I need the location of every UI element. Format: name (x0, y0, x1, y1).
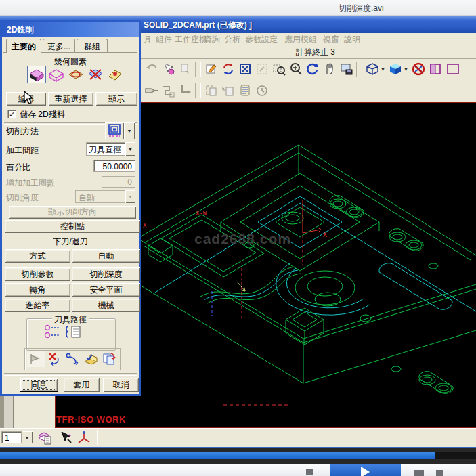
shaded-cube-icon[interactable] (387, 61, 404, 77)
cl-file-icon[interactable] (236, 83, 253, 99)
repaint-icon[interactable] (202, 61, 219, 77)
datum-axes-off-icon[interactable] (410, 61, 427, 77)
datum-display-cube-icon[interactable] (364, 61, 381, 77)
tab-groups[interactable]: 群組 (77, 39, 108, 52)
dropdown-caret-icon[interactable]: ▼ (404, 67, 410, 72)
cut-method-icon-button[interactable] (105, 122, 124, 139)
apply-button[interactable]: 套用 (64, 378, 100, 392)
menu-component[interactable]: 組件 (156, 34, 172, 45)
video-titlebar: 切削深度.avi (0, 0, 476, 16)
layers-icon[interactable] (37, 430, 53, 448)
send-gray-icon[interactable] (177, 61, 194, 77)
redo-toolpath-icon[interactable] (64, 351, 81, 367)
stepover-combo[interactable]: 刀具直徑 (86, 142, 125, 156)
video-control-partial-icon[interactable] (436, 470, 443, 476)
video-title: 切削深度.avi (339, 3, 384, 14)
check-icon: ✓ (9, 110, 15, 118)
step-arrow-icon[interactable] (177, 83, 194, 99)
view-orientation-label: TFR-ISO WORK (56, 414, 126, 425)
view-number-dropdown-icon[interactable]: ▼ (22, 431, 33, 443)
extra-passes-field[interactable]: 0 (102, 176, 135, 188)
window-new-icon[interactable] (443, 61, 460, 77)
toolbar-separator (356, 62, 362, 77)
play-toolpath-icon[interactable] (27, 351, 45, 367)
menu-analysis[interactable]: 分析 (224, 34, 240, 45)
zoom-fit-icon[interactable] (236, 61, 253, 77)
geometry-type-pocket-icon[interactable] (27, 66, 46, 83)
cut-angle-combo[interactable]: 自動 (75, 190, 125, 203)
feed-rate-button[interactable]: 進給率 (5, 299, 70, 312)
zoom-in-icon[interactable] (287, 61, 304, 77)
auto-button[interactable]: 自動 (72, 249, 140, 263)
method-button[interactable]: 方式 (5, 249, 70, 263)
geometry-type-outline-icon[interactable] (47, 66, 66, 83)
paste-special-icon[interactable] (219, 83, 236, 99)
cut-angle-label: 切削角度 (6, 192, 39, 204)
cut-depth-button[interactable]: 切削深度 (72, 267, 140, 281)
control-points-button[interactable]: 控制點 (5, 220, 140, 233)
menu-tools[interactable]: 具 (144, 34, 152, 45)
zoom-window-icon[interactable] (270, 61, 287, 77)
paste-clipboard-icon[interactable] (202, 83, 219, 99)
cut-params-button[interactable]: 切削參數 (5, 267, 70, 281)
cut-angle-dropdown-icon[interactable]: ▼ (125, 190, 135, 203)
corner-button[interactable]: 轉角 (5, 283, 70, 297)
video-controls-bar (0, 464, 476, 476)
geometry-type-face-icon[interactable] (66, 66, 85, 83)
selection-filter-icon[interactable] (58, 430, 74, 448)
video-control-partial-icon[interactable] (414, 470, 424, 476)
menu-window[interactable]: 視窗 (323, 34, 339, 45)
menu-info[interactable]: 資詢 (204, 34, 220, 45)
watermark: cad2688.com (194, 231, 291, 247)
svg-text:X: X (323, 231, 327, 238)
save-2d-stock-label: 儲存 2D殘料 (20, 109, 65, 121)
statusbar-separator (95, 430, 98, 445)
toolpath-list-icon[interactable] (64, 323, 83, 341)
pan-icon[interactable] (321, 61, 338, 77)
undo-icon[interactable] (143, 61, 160, 77)
machine-button[interactable]: 機械 (72, 299, 140, 312)
tab-main[interactable]: 主要的 (6, 39, 41, 53)
verify-toolpath-icon[interactable] (82, 351, 100, 367)
cut-method-dropdown-icon[interactable]: ▼ (124, 122, 135, 139)
saved-views-icon[interactable] (338, 61, 355, 77)
window-split-icon[interactable] (427, 61, 443, 77)
smart-select-icon[interactable] (160, 61, 177, 77)
time-icon[interactable] (253, 83, 270, 99)
percent-field[interactable]: 50.0000 (93, 160, 135, 172)
show-cut-direction-button[interactable]: 顯示切削方向 (9, 206, 136, 219)
stepover-dropdown-icon[interactable]: ▼ (125, 142, 135, 156)
nc-toolpath-icon[interactable] (160, 83, 177, 99)
menu-help[interactable]: 說明 (344, 34, 360, 45)
regenerate-icon[interactable] (219, 61, 236, 77)
reselect-button[interactable]: 重新選擇 (48, 92, 93, 106)
copy-toolpath-icon[interactable] (100, 351, 118, 367)
ok-button[interactable]: 同意 (20, 378, 58, 392)
geometry-type-window-icon[interactable] (86, 66, 105, 83)
cancel-button[interactable]: 取消 (103, 378, 139, 392)
safe-plane-button[interactable]: 安全平面 (72, 283, 140, 297)
video-control-partial-icon[interactable] (306, 469, 313, 475)
save-2d-stock-checkbox[interactable]: ✓ (7, 110, 16, 118)
toolbar-separator (195, 62, 201, 77)
geometry-type-chain-icon[interactable] (106, 66, 125, 83)
seek-progress[interactable] (0, 452, 435, 459)
view-number-combo[interactable]: 1 (1, 431, 22, 443)
dialog-titlebar[interactable]: 2D銑削 (2, 22, 139, 37)
refresh-icon[interactable] (304, 61, 321, 77)
refit-icon[interactable] (253, 61, 270, 77)
menu-parameters[interactable]: 參數設定 (245, 34, 278, 45)
dialog-title: 2D銑削 (7, 24, 33, 36)
stepover-value: 刀具直徑 (89, 144, 121, 156)
toolpath-nodes-icon[interactable] (43, 323, 62, 341)
milling-dialog: 2D銑削 主要的 更多... 群組 幾何圖素 編輯 重新選擇 顯示 ✓ 儲存 2… (0, 20, 141, 396)
menu-work-csys[interactable]: 工作座標 (175, 34, 207, 45)
tab-more[interactable]: 更多... (43, 39, 75, 52)
show-button[interactable]: 顯示 (95, 92, 137, 106)
csys-icon[interactable] (76, 430, 92, 448)
nc-tool-icon[interactable] (143, 83, 160, 99)
dropdown-caret-icon[interactable]: ▼ (381, 67, 387, 72)
delete-toolpath-icon[interactable] (45, 351, 63, 367)
cut-method-label: 切削方法 (6, 126, 39, 137)
menu-applications[interactable]: 應用模組 (284, 34, 317, 45)
